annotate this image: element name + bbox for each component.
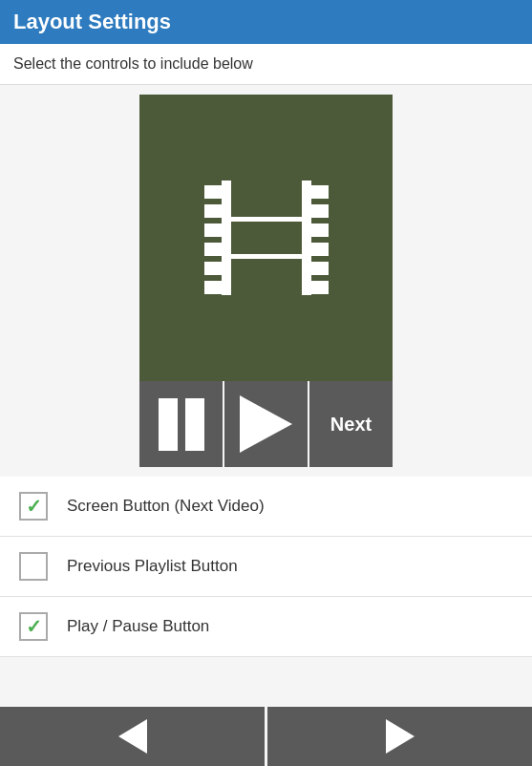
forward-button[interactable] <box>265 707 532 766</box>
svg-rect-4 <box>204 262 222 275</box>
svg-rect-3 <box>204 243 222 256</box>
preview-controls: Next <box>139 381 393 467</box>
svg-rect-14 <box>311 281 329 294</box>
checklist-item-screen-button[interactable]: ✓ Screen Button (Next Video) <box>0 477 532 537</box>
previous-playlist-label: Previous Playlist Button <box>67 557 238 576</box>
next-label: Next <box>330 414 372 436</box>
checkbox-previous-playlist[interactable] <box>19 552 48 581</box>
forward-arrow-icon <box>386 719 415 754</box>
checklist-item-previous-playlist[interactable]: Previous Playlist Button <box>0 537 532 597</box>
preview-container: Next <box>0 85 532 467</box>
checkbox-play-pause[interactable]: ✓ <box>19 612 48 641</box>
pause-bar-right <box>185 398 204 451</box>
pause-icon <box>159 398 204 451</box>
pause-button[interactable] <box>139 381 223 467</box>
next-button[interactable]: Next <box>308 381 393 467</box>
svg-rect-6 <box>222 181 231 295</box>
header: Layout Settings <box>0 0 532 44</box>
film-strip-icon <box>204 181 329 295</box>
svg-rect-2 <box>204 223 222 237</box>
preview-main <box>139 95 393 381</box>
svg-rect-15 <box>231 217 302 222</box>
page-title: Layout Settings <box>13 10 171 33</box>
bottom-nav <box>0 707 532 766</box>
screen-button-label: Screen Button (Next Video) <box>67 497 265 516</box>
checklist-item-play-pause[interactable]: ✓ Play / Pause Button <box>0 597 532 657</box>
back-button[interactable] <box>0 707 265 766</box>
subheader: Select the controls to include below <box>0 44 532 85</box>
svg-rect-5 <box>204 281 222 294</box>
pause-bar-left <box>159 398 178 451</box>
play-icon <box>240 395 292 453</box>
checkbox-screen-button[interactable]: ✓ <box>19 492 48 521</box>
checkmark-screen-button: ✓ <box>26 497 42 516</box>
svg-rect-1 <box>204 204 222 218</box>
svg-rect-8 <box>302 181 311 295</box>
svg-rect-9 <box>311 185 329 199</box>
svg-rect-0 <box>204 185 222 199</box>
subtitle: Select the controls to include below <box>13 55 253 72</box>
play-pause-label: Play / Pause Button <box>67 617 209 636</box>
checkmark-play-pause: ✓ <box>26 617 42 636</box>
svg-rect-16 <box>231 254 302 259</box>
svg-rect-12 <box>311 243 329 256</box>
next-video-button[interactable] <box>223 381 308 467</box>
svg-rect-11 <box>311 223 329 237</box>
svg-rect-7 <box>231 181 302 295</box>
svg-rect-10 <box>311 204 329 218</box>
svg-rect-13 <box>311 262 329 275</box>
checklist: ✓ Screen Button (Next Video) Previous Pl… <box>0 477 532 657</box>
back-arrow-icon <box>118 719 147 754</box>
